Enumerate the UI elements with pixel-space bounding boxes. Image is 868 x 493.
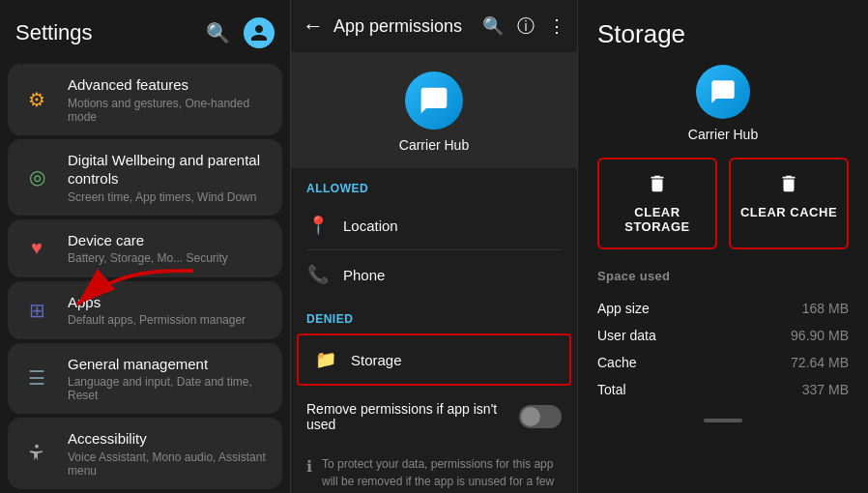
apps-text: Apps Default apps, Permission manager: [68, 293, 246, 328]
back-icon[interactable]: ←: [303, 14, 324, 39]
scroll-indicator: [704, 419, 742, 422]
clear-cache-icon: [778, 173, 799, 199]
phone-icon: 📞: [306, 264, 330, 285]
permissions-header: ← App permissions 🔍 ⓘ ⋮: [291, 0, 577, 52]
advanced-features-icon: ⚙: [19, 82, 54, 117]
settings-title: Settings: [15, 20, 93, 45]
space-row-total: Total 337 MB: [597, 376, 849, 403]
more-icon[interactable]: ⋮: [548, 15, 565, 37]
total-label: Total: [597, 382, 626, 397]
remove-perms-row: Remove permissions if app isn't used: [291, 388, 577, 446]
settings-item-advanced-features[interactable]: ⚙ Advanced features Motions and gestures…: [8, 64, 282, 135]
advanced-features-text: Advanced features Motions and gestures, …: [68, 75, 271, 124]
permission-phone[interactable]: 📞 Phone: [291, 250, 577, 299]
storage-app-icon: [696, 65, 750, 119]
info-row: ℹ To protect your data, permissions for …: [291, 446, 577, 493]
clear-storage-label: CLEAR STORAGE: [607, 205, 708, 234]
accessibility-icon: [19, 436, 54, 471]
info-icon: ℹ: [306, 457, 312, 476]
header-icons: 🔍: [206, 17, 275, 48]
settings-panel: Settings 🔍 ⚙ Advanced features Motions a…: [0, 0, 290, 493]
phone-label: Phone: [343, 267, 385, 283]
permissions-header-left: ← App permissions: [303, 14, 462, 39]
storage-label: Storage: [351, 352, 402, 368]
avatar[interactable]: [244, 17, 275, 48]
accessibility-subtitle: Voice Assistant, Mono audio, Assistant m…: [68, 450, 271, 478]
space-row-app-size: App size 168 MB: [597, 295, 849, 322]
general-management-text: General management Language and input, D…: [68, 355, 271, 403]
permissions-panel: ← App permissions 🔍 ⓘ ⋮ Carrier Hub ALLO…: [290, 0, 578, 493]
settings-item-general-management[interactable]: ☰ General management Language and input,…: [8, 343, 282, 415]
svg-point-0: [35, 445, 39, 449]
storage-icon: 📁: [314, 349, 337, 370]
general-management-icon: ☰: [19, 361, 54, 395]
permissions-header-right: 🔍 ⓘ ⋮: [482, 14, 565, 38]
advanced-features-title: Advanced features: [68, 75, 271, 95]
settings-item-apps[interactable]: ⊞ Apps Default apps, Permission manager: [8, 281, 282, 339]
clear-cache-label: CLEAR CACHE: [740, 205, 837, 219]
space-row-user-data: User data 96.90 MB: [597, 322, 849, 349]
denied-label: DENIED: [291, 299, 577, 332]
apps-title: Apps: [68, 293, 246, 312]
advanced-features-subtitle: Motions and gestures, One-handed mode: [68, 97, 271, 124]
permissions-content: ALLOWED 📍 Location 📞 Phone DENIED 📁 Stor…: [291, 168, 577, 493]
storage-app-section: Carrier Hub: [597, 65, 849, 142]
remove-perms-toggle[interactable]: [519, 405, 562, 428]
space-used-title: Space used: [597, 269, 849, 283]
location-label: Location: [343, 218, 398, 234]
app-size-value: 168 MB: [802, 301, 849, 316]
permission-storage[interactable]: 📁 Storage: [297, 334, 571, 386]
digital-wellbeing-icon: ◎: [19, 160, 54, 194]
clear-storage-button[interactable]: CLEAR STORAGE: [597, 158, 717, 249]
remove-perms-text: Remove permissions if app isn't used: [306, 401, 509, 432]
allowed-label: ALLOWED: [291, 168, 577, 201]
permissions-title: App permissions: [333, 16, 462, 37]
settings-header: Settings 🔍: [8, 10, 282, 60]
permission-location[interactable]: 📍 Location: [291, 201, 577, 249]
cache-value: 72.64 MB: [791, 355, 849, 370]
digital-wellbeing-subtitle: Screen time, App timers, Wind Down: [68, 190, 271, 204]
device-care-title: Device care: [68, 231, 228, 250]
app-icon: [405, 72, 463, 130]
app-icon-section: Carrier Hub: [291, 52, 577, 168]
clear-storage-icon: [647, 173, 668, 199]
search-icon[interactable]: 🔍: [482, 15, 504, 37]
apps-subtitle: Default apps, Permission manager: [68, 313, 246, 327]
app-name: Carrier Hub: [399, 137, 469, 153]
settings-item-device-care[interactable]: ♥ Device care Battery, Storage, Mo... Se…: [8, 219, 282, 277]
device-care-text: Device care Battery, Storage, Mo... Secu…: [68, 231, 228, 266]
search-icon[interactable]: 🔍: [206, 21, 230, 44]
total-value: 337 MB: [802, 382, 849, 397]
storage-app-name: Carrier Hub: [688, 127, 758, 142]
location-icon: 📍: [306, 215, 330, 236]
storage-buttons: CLEAR STORAGE CLEAR CACHE: [597, 158, 849, 249]
settings-item-accessibility[interactable]: Accessibility Voice Assistant, Mono audi…: [8, 418, 282, 489]
space-row-cache: Cache 72.64 MB: [597, 349, 849, 376]
digital-wellbeing-title: Digital Wellbeing and parental controls: [68, 151, 271, 188]
info-text: To protect your data, permissions for th…: [322, 455, 562, 493]
cache-label: Cache: [597, 355, 636, 370]
app-size-label: App size: [597, 301, 650, 316]
user-data-value: 96.90 MB: [791, 328, 849, 343]
device-care-icon: ♥: [19, 231, 54, 266]
clear-cache-button[interactable]: CLEAR CACHE: [729, 158, 849, 249]
apps-icon: ⊞: [19, 293, 54, 328]
accessibility-title: Accessibility: [68, 429, 271, 449]
storage-panel: Storage Carrier Hub CLEAR STORAGE CLEAR: [578, 0, 868, 493]
help-icon[interactable]: ⓘ: [517, 14, 535, 38]
storage-title: Storage: [597, 19, 849, 49]
general-management-subtitle: Language and input, Date and time, Reset: [68, 375, 271, 402]
accessibility-text: Accessibility Voice Assistant, Mono audi…: [68, 429, 271, 478]
settings-item-digital-wellbeing[interactable]: ◎ Digital Wellbeing and parental control…: [8, 139, 282, 216]
digital-wellbeing-text: Digital Wellbeing and parental controls …: [68, 151, 271, 204]
general-management-title: General management: [68, 355, 271, 374]
device-care-subtitle: Battery, Storage, Mo... Security: [68, 251, 228, 265]
user-data-label: User data: [597, 328, 656, 343]
